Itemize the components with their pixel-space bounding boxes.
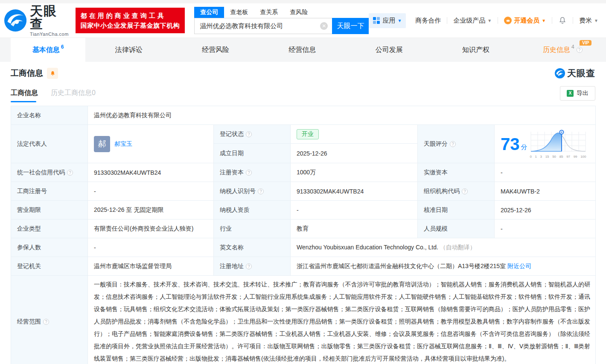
score-axis-ticks: 0131550859799100: [530, 155, 586, 159]
company-nav-tabs: 基本信息 6 法律诉讼 经营风险 经营信息 公司发展 知识产权 VIP 历史信息…: [0, 38, 606, 62]
reg-status-value: 开业: [291, 125, 418, 144]
subscribe-bell-icon[interactable]: [47, 68, 58, 79]
vip-upgrade-label: 开通会员: [514, 17, 539, 25]
notifications-bell-icon[interactable]: [558, 16, 567, 25]
help-question-icon[interactable]: ?: [43, 319, 49, 325]
legal-rep-link[interactable]: 郝宝玉: [114, 140, 132, 148]
promo-banner-line2: 国家中小企业发展子基金旗下机构: [81, 20, 180, 30]
table-row: 登记机关 温州市鹿城区市场监督管理局 注册地址? 浙江省温州市鹿城区七都街道温州…: [11, 257, 596, 276]
search-tab-boss[interactable]: 查老板: [224, 7, 254, 18]
reg-authority-label: 登记机关: [11, 257, 88, 276]
industry-label: 行业: [214, 220, 291, 238]
english-name-label: 英文名称: [214, 238, 291, 257]
tab-operation-info-label: 经营信息: [288, 46, 316, 55]
credit-code-label: 统一社会信用代码?: [11, 163, 88, 182]
watermark-logo-icon: [555, 68, 565, 78]
site-header: 天眼查 TianYanCha.com 都在用的商业查询工具 国家中小企业发展子基…: [0, 3, 606, 38]
help-question-icon[interactable]: ?: [67, 170, 73, 176]
score-cell[interactable]: 73 分: [495, 125, 596, 163]
tab-basic-info-count: 6: [61, 44, 64, 50]
help-question-icon[interactable]: ?: [246, 263, 252, 269]
subtab-history-business-info[interactable]: 历史工商信息0: [51, 89, 96, 102]
search-tab-company[interactable]: 查公司: [194, 7, 224, 18]
tab-history-info-label: 历史信息: [543, 46, 570, 55]
taxpayer-id-value: 91330302MAK4UWTB24: [291, 182, 418, 201]
top-strip: [0, 0, 606, 3]
nearby-companies-link[interactable]: 附近公司: [507, 263, 531, 269]
status-badge: 开业: [297, 129, 319, 139]
tab-operation-info[interactable]: 经营信息: [259, 38, 346, 62]
help-question-icon[interactable]: ?: [258, 188, 264, 194]
english-name-value: Wenzhou Youbisxuan Education Technology …: [291, 238, 596, 257]
establish-date-label: 成立日期: [214, 144, 291, 163]
credit-code-value: 91330302MAK4UWTB24: [88, 163, 214, 182]
search-tabs: 查公司 查老板 查关系 查风险: [194, 7, 369, 18]
search-button[interactable]: 天眼一下: [332, 18, 369, 34]
table-row: 工商注册号 - 纳税人识别号? 91330302MAK4UWTB24 组织机构代…: [11, 182, 596, 201]
enterprise-products-label: 企业级产品: [453, 17, 485, 25]
score-value: 73: [501, 136, 520, 153]
export-button[interactable]: X 导出: [560, 86, 595, 101]
subtab-row: 工商信息 历史工商信息0 X 导出: [11, 86, 595, 102]
business-cooperation-link[interactable]: 商务合作: [415, 17, 441, 25]
english-name-text: Wenzhou Youbisxuan Education Technology …: [297, 244, 438, 251]
legal-rep-avatar[interactable]: 郝: [94, 136, 110, 152]
table-row: 企业类型 有限责任公司(外商投资企业法人独资) 行业 教育 人员规模 -: [11, 220, 596, 238]
search-row: ✕ 天眼一下: [194, 18, 369, 34]
tab-history-info[interactable]: VIP 历史信息 4 ?: [519, 38, 606, 62]
reg-address-label: 注册地址?: [214, 257, 291, 276]
scope-text: 一般项目：技术服务、技术开发、技术咨询、技术交流、技术转让、技术推广；教育咨询服…: [94, 278, 590, 364]
help-question-icon[interactable]: ?: [462, 188, 468, 194]
help-question-icon[interactable]: ?: [246, 131, 252, 137]
vip-upgrade-menu[interactable]: 开通会员 ▼: [504, 17, 546, 25]
tab-legal-proceedings[interactable]: 法律诉讼: [85, 38, 172, 62]
org-code-label: 组织机构代码?: [418, 182, 495, 201]
score-label: 天眼评分?: [418, 125, 495, 163]
header-menu: 应用 ▼ 商务合作 企业级产品 ▼ 开通会员 ▼ 费米: [369, 13, 598, 28]
table-row: 营业期限 2025-12-26 至 无固定期限 纳税人资质 - 核准日期 202…: [11, 201, 596, 220]
menu-divider: [573, 17, 573, 24]
approval-date-label: 核准日期: [418, 201, 495, 220]
menu-divider: [498, 17, 498, 24]
menu-divider: [552, 17, 552, 24]
scope-label-text: 经营范围: [17, 318, 41, 326]
main-content: 工商信息 天眼查 工商信息 历史工商信息0 X 导出: [0, 67, 606, 364]
watermark-text: 天眼查: [567, 67, 595, 79]
promo-banner-line1: 都在用的商业查询工具: [81, 11, 180, 20]
reg-address-value: 浙江省温州市鹿城区七都街道温州金融科技文化中心（二期）A13号楼2楼215室 附…: [291, 257, 596, 276]
tab-intellectual-property-label: 知识产权: [462, 46, 489, 55]
tab-intellectual-property[interactable]: 知识产权: [432, 38, 519, 62]
tianyancha-logo-icon: [4, 9, 26, 32]
search-input-wrap: ✕: [194, 18, 332, 34]
search-tab-risk[interactable]: 查风险: [284, 7, 314, 18]
apps-grid-icon: [373, 17, 380, 24]
paid-capital-value: -: [495, 163, 596, 182]
tab-basic-info[interactable]: 基本信息 6: [11, 38, 85, 62]
search-tab-relation[interactable]: 查关系: [254, 7, 284, 18]
reg-capital-value: 1000万: [291, 163, 418, 182]
scope-value: 一般项目：技术服务、技术开发、技术咨询、技术交流、技术转让、技术推广；教育咨询服…: [88, 276, 596, 364]
logo-subtitle: TianYanCha.com: [30, 32, 70, 37]
credit-code-label-text: 统一社会信用代码: [17, 169, 65, 176]
reg-number-label: 工商注册号: [11, 182, 88, 201]
help-question-icon[interactable]: ?: [450, 141, 456, 147]
enterprise-products-menu[interactable]: 企业级产品 ▼: [453, 17, 492, 25]
help-question-icon[interactable]: ?: [246, 170, 252, 176]
tab-company-development[interactable]: 公司发展: [346, 38, 432, 62]
crown-icon: [504, 17, 512, 24]
score-label-text: 天眼评分: [424, 140, 448, 148]
score-unit: 分: [521, 143, 527, 151]
auto-translate-note: （自动翻译）: [440, 244, 476, 251]
help-question-icon[interactable]: ?: [577, 47, 583, 53]
tianyancha-logo[interactable]: 天眼查 TianYanCha.com: [4, 5, 70, 37]
table-row: 法定代表人 郝 郝宝玉 登记状态? 开业 天眼评分? 73 分: [11, 125, 596, 144]
tab-operation-risk[interactable]: 经营风险: [172, 38, 259, 62]
search-input[interactable]: [194, 18, 332, 34]
apps-menu[interactable]: 应用 ▼: [369, 13, 406, 28]
staff-size-value: -: [495, 220, 596, 238]
taxpayer-id-label: 纳税人识别号?: [214, 182, 291, 201]
legal-rep-cell: 郝 郝宝玉: [88, 125, 214, 163]
section-title: 工商信息: [11, 68, 43, 79]
subtab-business-info[interactable]: 工商信息: [11, 89, 38, 102]
user-menu[interactable]: 费米 ▼: [579, 17, 598, 25]
